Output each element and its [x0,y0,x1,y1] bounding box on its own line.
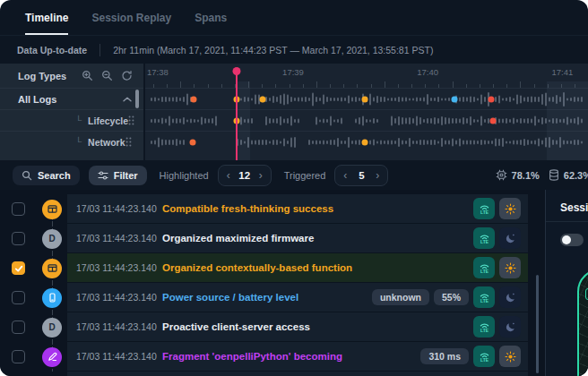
tab-timeline[interactable]: Timeline [25,0,68,35]
theme-sun-button[interactable] [499,346,521,367]
event-dot[interactable] [362,96,368,102]
theme-moon-button[interactable] [499,286,521,308]
waveform-bar [376,141,378,143]
log-types-scrollbar[interactable] [135,90,139,108]
event-dot[interactable] [259,96,265,102]
device-replay-frame[interactable] [577,269,588,376]
lte-button[interactable]: LTE [473,346,495,367]
timeline-row-network[interactable]: └Network [0,131,143,152]
lte-button[interactable]: LTE [473,198,495,219]
log-message: Fragment 'oenpelliPython' becoming [162,351,413,362]
waveform-bar [183,140,185,145]
timeline-section: Log Types All Logs└Lifecycle└Network 17:… [0,64,588,160]
filter-button[interactable]: Filter [89,166,147,185]
event-dot[interactable] [362,139,368,145]
log-row[interactable]: 17/03 11:44:23.140Fragment 'oenpelliPyth… [0,342,545,372]
search-button[interactable]: Search [13,166,80,185]
zoom-in-icon[interactable] [82,70,93,81]
log-row[interactable]: 17/03 11:44:23.140Compatible fresh-think… [0,194,545,224]
event-dot[interactable] [451,96,457,102]
waveform-bar [466,140,468,144]
chevron-up-icon[interactable] [123,97,132,102]
waveform-bar [333,140,335,145]
timeline-row-lifecycle[interactable]: └Lifecycle [0,109,143,131]
row-checkbox[interactable] [12,291,25,304]
chevron-left-icon[interactable]: ‹ [227,170,230,181]
theme-sun-button[interactable] [499,198,521,219]
event-dot[interactable] [489,117,496,124]
row-checkbox[interactable] [12,320,25,334]
lte-icon: LTE [478,350,491,363]
log-row[interactable]: 17/03 11:44:23.140Power source / battery… [0,283,545,312]
waveform-bar [341,97,342,101]
drag-handle-icon[interactable] [128,115,134,125]
row-checkbox[interactable] [12,202,25,216]
session-toggle[interactable] [560,234,584,246]
waveform-bar [445,98,446,100]
log-list-scrollbar[interactable] [536,275,539,373]
playhead-handle[interactable] [232,67,240,75]
lte-button[interactable]: LTE [473,286,495,308]
log-row[interactable]: D17/03 11:44:23.140Proactive client-serv… [0,312,545,342]
waveform-row-lifecycle[interactable] [145,109,588,131]
playhead-line[interactable] [236,68,238,160]
chevron-right-icon[interactable]: › [376,170,379,181]
lte-button[interactable]: LTE [473,227,495,249]
row-checkbox[interactable] [12,261,25,275]
waveform-bar [459,97,461,101]
event-dot[interactable] [189,139,195,145]
cpu-value: 78.1% [512,170,540,181]
axis-tick [316,81,317,88]
zoom-out-icon[interactable] [101,70,113,81]
axis-tick [453,81,454,88]
row-checkbox[interactable] [12,232,25,245]
waveform-bar [416,141,418,144]
waveform-bar [337,119,339,123]
chevron-right-icon[interactable]: › [259,170,263,181]
waveform-row-all-logs[interactable] [145,88,588,109]
timeline-row-all-logs[interactable]: All Logs [0,88,143,109]
waveform-bar [509,141,511,143]
log-row-actions: LTE [473,316,521,338]
log-row-card[interactable]: 17/03 11:44:23.140Proactive client-serve… [67,312,528,342]
row-checkbox[interactable] [12,350,25,363]
waveform-bar [412,141,414,144]
log-row-card[interactable]: 17/03 11:44:23.140Power source / battery… [67,283,528,312]
log-row[interactable]: 17/03 11:44:23.140Organized contextually… [0,253,545,283]
tab-session-replay[interactable]: Session Replay [91,0,171,35]
waveform-row-network[interactable] [145,131,588,152]
waveform-bar [272,118,274,123]
waveform-bar [165,97,167,102]
log-row[interactable]: D17/03 11:44:23.140Organized maximized f… [0,224,545,253]
waveform-bar [172,118,174,123]
checkbox-cell [0,342,37,372]
triggered-label: Triggered [284,170,326,181]
lte-button[interactable]: LTE [473,316,495,338]
log-row-card[interactable]: 17/03 11:44:23.140Organized contextually… [67,253,528,283]
timeline-row-label: Lifecycle [88,115,128,126]
theme-moon-button[interactable] [499,316,521,338]
lte-button[interactable]: LTE [473,257,495,278]
waveform-bar [186,93,188,105]
tab-spans[interactable]: Spans [195,0,227,35]
log-row-card[interactable]: 17/03 11:44:23.140Organized maximized fi… [67,224,528,253]
waveform-bar [466,97,468,101]
badge-cell: D [37,224,67,253]
refresh-icon[interactable] [121,70,133,81]
search-label: Search [38,170,71,181]
event-dot[interactable] [489,96,495,102]
waveform-bar [534,97,536,102]
log-row-card[interactable]: 17/03 11:44:23.140Fragment 'oenpelliPyth… [67,342,528,372]
chevron-left-icon[interactable]: ‹ [343,170,347,181]
event-dot[interactable] [191,96,197,102]
badge-cell [37,253,67,283]
waveform-bar [520,95,522,103]
log-row-card[interactable]: 17/03 11:44:23.140Compatible fresh-think… [67,194,528,224]
drag-handle-icon[interactable] [125,137,132,147]
timeline-chart[interactable]: 17:3817:3917:4017:41 [143,64,588,160]
theme-moon-button[interactable] [499,227,521,249]
cpu-stat: 78.1% [496,169,540,181]
app-window-icon [48,204,57,214]
theme-sun-button[interactable] [499,257,521,278]
waveform-bar [298,118,299,123]
